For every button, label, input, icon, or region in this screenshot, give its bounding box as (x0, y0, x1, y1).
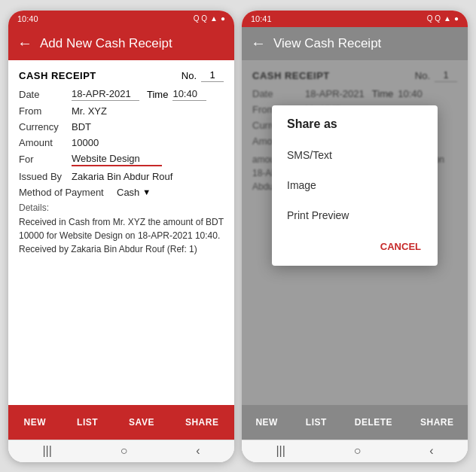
new-button-right[interactable]: NEW (246, 411, 287, 434)
nav-bar-left: ||| ○ ‹ (8, 440, 234, 462)
dialog-title: Share as (272, 117, 438, 140)
back-button-left[interactable]: ← (17, 35, 32, 52)
status-icons-right: Q Q ▲ ● (427, 14, 459, 23)
content-left: CASH RECEIPT No. 1 Date 18-APR-2021 Time… (8, 60, 234, 405)
status-time-left: 10:40 (17, 14, 38, 23)
dropdown-arrow-left[interactable]: ▼ (142, 187, 151, 196)
dialog-actions: CANCEL (272, 230, 438, 260)
bottom-bar-left: NEW LIST SAVE SHARE (8, 405, 234, 440)
nav-bar-right: ||| ○ ‹ (242, 440, 468, 462)
wifi-icon: ● (221, 14, 225, 23)
details-label-left: Details: (19, 203, 224, 213)
share-button-left[interactable]: SHARE (176, 411, 228, 434)
list-button-left[interactable]: LIST (68, 411, 107, 434)
dialog-image-item[interactable]: Image (272, 170, 438, 200)
issued-row-left: Issued By Zakaria Bin Abdur Rouf (19, 171, 224, 182)
nav-menu-icon-right[interactable]: ||| (276, 444, 285, 458)
dialog-cancel-button[interactable]: CANCEL (373, 236, 429, 257)
receipt-header-left: CASH RECEIPT No. 1 (19, 69, 224, 82)
amount-row-left: Amount 10000 (19, 137, 224, 148)
nav-home-icon-left[interactable]: ○ (121, 444, 128, 458)
page-title-left: Add New Cash Receipt (40, 36, 225, 51)
page-title-right: View Cash Receipt (273, 36, 459, 51)
nav-home-icon-right[interactable]: ○ (354, 444, 362, 458)
dialog-sms-item[interactable]: SMS/Text (272, 140, 438, 170)
right-phone: 10:41 Q Q ▲ ● ← View Cash Receipt CASH R… (242, 11, 468, 462)
details-text-left: Received in Cash from Mr. XYZ the amount… (19, 215, 224, 256)
share-button-right[interactable]: SHARE (411, 411, 463, 434)
qq-icon: Q Q (194, 14, 207, 23)
delete-button-right[interactable]: DELETE (346, 411, 401, 434)
signal-icon: ▲ (210, 14, 218, 23)
method-row-left: Method of Payment Cash ▼ (19, 187, 224, 198)
save-button-left[interactable]: SAVE (120, 411, 163, 434)
left-phone: 10:40 Q Q ▲ ● ← Add New Cash Receipt CAS… (8, 11, 234, 462)
nav-back-icon-right[interactable]: ‹ (429, 444, 433, 458)
currency-row-left: Currency BDT (19, 121, 224, 132)
bottom-bar-right: NEW LIST DELETE SHARE (242, 405, 468, 440)
nav-menu-icon-left[interactable]: ||| (42, 444, 51, 458)
receipt-section-label-left: CASH RECEIPT (19, 70, 96, 81)
time-label-left: Time (147, 89, 168, 100)
date-row-left: Date 18-APR-2021 Time 10:40 (19, 88, 224, 101)
content-right: CASH RECEIPT No. 1 Date 18-APR-2021 Time… (242, 60, 468, 405)
status-bar-left: 10:40 Q Q ▲ ● (8, 11, 234, 27)
for-row-left: For Website Design (19, 153, 224, 166)
dialog-overlay: Share as SMS/Text Image Print Preview CA… (242, 60, 468, 405)
signal-icon-right: ▲ (444, 14, 451, 23)
top-bar-left: ← Add New Cash Receipt (8, 27, 234, 60)
qq-icon-right: Q Q (427, 14, 441, 23)
new-button-left[interactable]: NEW (15, 411, 56, 434)
nav-back-icon-left[interactable]: ‹ (196, 444, 200, 458)
status-bar-right: 10:41 Q Q ▲ ● (242, 11, 468, 27)
share-dialog: Share as SMS/Text Image Print Preview CA… (272, 105, 438, 266)
back-button-right[interactable]: ← (251, 35, 266, 52)
status-icons-left: Q Q ▲ ● (194, 14, 225, 23)
list-button-right[interactable]: LIST (297, 411, 336, 434)
wifi-icon-right: ● (454, 14, 459, 23)
dialog-print-item[interactable]: Print Preview (272, 200, 438, 230)
from-row-left: From Mr. XYZ (19, 105, 224, 117)
status-time-right: 10:41 (251, 14, 272, 23)
top-bar-right: ← View Cash Receipt (242, 27, 468, 60)
receipt-no-left: No. 1 (182, 69, 224, 82)
